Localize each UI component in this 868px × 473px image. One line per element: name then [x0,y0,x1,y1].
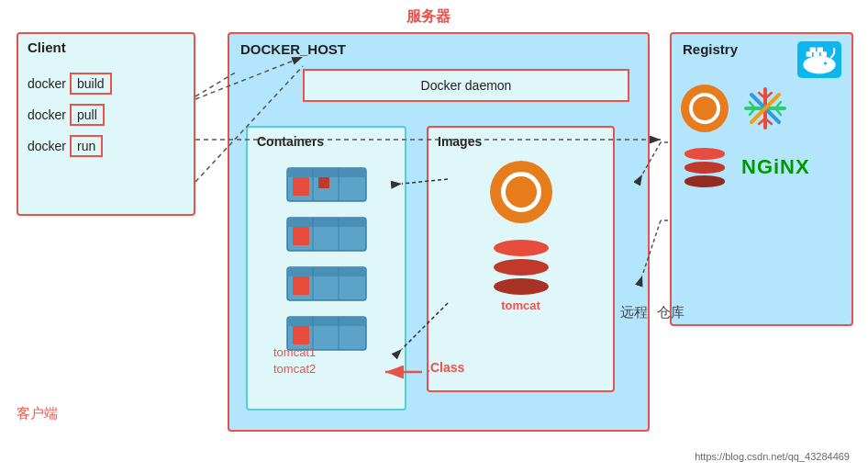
images-title: Images [438,134,482,149]
nginx-text: NGiNX [741,155,810,178]
docker-logo-icon [796,41,842,78]
ubuntu-inner-ring [501,172,541,212]
cmd3-run: run [70,135,103,157]
remote-label: 远程 [620,304,648,320]
registry-ubuntu-icon [681,84,729,132]
container-svg-3 [285,260,368,304]
svg-rect-26 [810,47,816,52]
container-item-2 [257,210,395,254]
redis-mid-layer [684,162,725,174]
images-box: Images tomcat [427,126,615,392]
tomcat-image-label: tomcat [501,298,540,312]
svg-point-22 [803,56,835,73]
redis-layer-mid [494,259,549,276]
diagram-wrapper: 服务器 Client docker build docker pull dock… [0,0,868,473]
container-item-3 [257,260,395,304]
tomcat2-label: tomcat2 [273,362,316,376]
daemon-label: Docker daemon [421,78,512,93]
svg-rect-25 [821,51,827,57]
docker-host-title: DOCKER_HOST [240,41,346,57]
redis-layer-bot [494,278,549,295]
svg-rect-1 [287,168,366,177]
warehouse-label: 仓库 [657,304,684,320]
registry-icons-area: NGiNX [681,84,842,202]
registry-title: Registry [683,41,738,57]
snowflake-svg [742,85,788,131]
container-svg-1 [285,161,368,205]
registry-row-2: NGiNX [681,147,842,187]
ubuntu-image-icon [490,161,552,223]
client-box: Client docker build docker pull docker r… [17,32,195,216]
snowflake-icon [741,84,789,132]
images-content: tomcat [428,161,613,312]
svg-rect-12 [287,267,366,276]
redis-layer-top [494,240,549,256]
tomcat1-label: tomcat1 [273,345,316,359]
registry-box: Registry [670,32,853,326]
container-item-1 [257,161,395,205]
redis-bot-layer [684,175,725,187]
cmd1-prefix: docker [28,76,66,91]
containers-title: Containers [257,134,324,149]
container-svg-2 [285,210,368,254]
cmd1-build: build [70,73,112,95]
client-bottom-label: 客户端 [17,405,58,422]
tomcat-image-wrapper: tomcat [489,240,553,312]
redis-top-layer [684,148,725,160]
container-icons-list [257,161,395,359]
client-title: Client [28,39,66,55]
svg-rect-23 [807,51,812,57]
svg-rect-17 [287,317,366,326]
svg-rect-5 [318,177,329,188]
cmd2-prefix: docker [28,107,66,122]
svg-rect-10 [293,227,309,245]
registry-redis-icon [681,147,729,187]
class-label: .Class [427,360,464,375]
svg-rect-4 [293,177,309,196]
nginx-label: NGiNX [741,155,810,179]
server-label: 服务器 [406,7,451,27]
remote-warehouse-area: 远程 仓库 [620,304,684,321]
registry-row-1 [681,84,842,132]
svg-rect-20 [293,326,309,344]
svg-rect-24 [814,51,819,57]
svg-rect-7 [287,218,366,227]
tomcat-redis-icon [489,240,553,295]
svg-rect-15 [293,276,309,295]
registry-ubuntu-inner [689,93,720,124]
containers-box: Containers [246,126,406,411]
blog-url: https://blog.csdn.net/qq_43284469 [695,451,850,462]
docker-daemon-bar: Docker daemon [303,69,629,102]
cmd3-prefix: docker [28,139,66,153]
commands-wrapper: docker build docker pull docker run [18,69,194,164]
svg-rect-27 [818,47,823,52]
docker-host-box: DOCKER_HOST Docker daemon Containers [228,32,650,432]
svg-point-28 [824,62,827,64]
cmd2-pull: pull [70,104,105,126]
